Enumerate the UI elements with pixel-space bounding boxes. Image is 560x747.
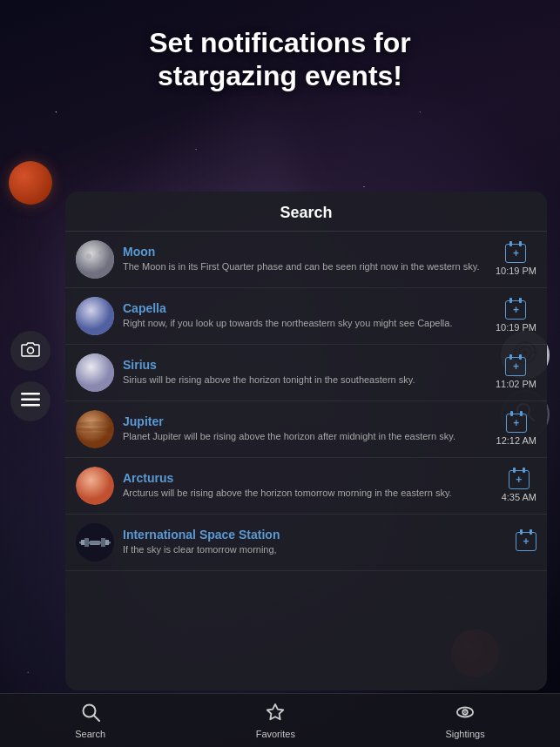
svg-point-14 [86,253,91,259]
capella-name: Capella [123,301,487,315]
capella-info: Capella Right now, if you look up toward… [123,301,487,330]
search-panel-header: Search [65,192,547,232]
avatar-arcturus [76,467,114,505]
avatar-moon [76,240,114,279]
arcturus-time-block[interactable]: + 4:35 AM [502,470,536,502]
header-line1: Set notifications for [35,26,525,59]
search-item-sirius[interactable]: Sirius Sirius will be rising above the h… [65,345,547,401]
capella-time-block[interactable]: + 10:19 PM [496,300,536,333]
search-item-iss[interactable]: International Space Station If the sky i… [65,515,547,571]
avatar-iss [76,523,114,562]
planet-mars-top [9,161,52,205]
moon-cal-plus: + [513,248,519,259]
menu-icon [21,393,40,411]
svg-point-13 [76,240,114,279]
search-item-moon[interactable]: Moon The Moon is in its First Quarter ph… [65,232,547,288]
svg-point-17 [88,265,92,269]
arcturus-time: 4:35 AM [502,492,536,502]
sirius-time: 11:02 PM [496,379,536,389]
jupiter-time-block[interactable]: + 12:12 AM [496,414,536,446]
svg-rect-30 [101,538,105,547]
sirius-calendar-icon[interactable]: + [505,357,526,376]
svg-point-38 [464,711,466,713]
nav-search-label: Search [75,729,105,739]
nav-item-sightings[interactable]: Sightings [428,697,502,744]
moon-time-block[interactable]: + 10:19 PM [496,244,536,276]
moon-calendar-icon[interactable]: + [505,244,526,263]
iss-calendar-icon[interactable]: + [516,532,536,551]
iss-name: International Space Station [123,528,507,542]
camera-button[interactable] [10,331,51,371]
left-buttons-group [10,331,51,421]
jupiter-info: Jupiter Planet Jupiter will be rising ab… [123,414,488,443]
moon-info: Moon The Moon is in its First Quarter ph… [123,245,487,273]
jupiter-calendar-icon[interactable]: + [506,414,527,433]
sirius-info: Sirius Sirius will be rising above the h… [123,358,487,387]
nav-item-favorites[interactable]: Favorites [239,697,313,744]
svg-point-22 [76,427,114,431]
iss-cal-plus: + [523,536,529,547]
sirius-time-block[interactable]: + 11:02 PM [496,357,536,389]
camera-icon [21,341,40,361]
svg-point-16 [98,261,105,268]
header-line2: stargazing events! [35,59,525,92]
svg-rect-29 [84,538,89,547]
svg-point-15 [98,251,102,254]
capella-time: 10:19 PM [496,322,536,333]
nav-sightings-icon [455,703,475,726]
moon-time: 10:19 PM [496,266,536,276]
svg-rect-31 [81,540,84,545]
svg-rect-3 [21,404,40,407]
svg-rect-32 [105,540,109,545]
capella-calendar-icon[interactable]: + [505,300,526,320]
menu-button[interactable] [10,381,51,421]
nav-sightings-label: Sightings [445,729,484,739]
iss-time-block[interactable]: + [516,532,536,554]
arcturus-desc: Arcturus will be rising above the horizo… [123,487,493,500]
search-item-jupiter[interactable]: Jupiter Planet Jupiter will be rising ab… [65,401,547,458]
nav-favorites-icon [266,703,285,726]
bottom-nav: Search Favorites Sightings [0,693,560,747]
svg-point-21 [76,421,114,427]
svg-point-25 [76,467,114,505]
search-panel-title: Search [280,204,332,221]
sirius-cal-plus: + [513,361,519,372]
avatar-jupiter [76,410,114,448]
nav-item-search[interactable]: Search [57,697,123,744]
header-title: Set notifications for stargazing events! [0,26,560,93]
nav-search-icon [81,703,100,726]
avatar-sirius [76,353,114,392]
svg-point-0 [28,347,34,353]
svg-point-24 [84,428,92,434]
jupiter-desc: Planet Jupiter will be rising above the … [123,430,488,443]
svg-point-23 [76,433,114,437]
nav-favorites-label: Favorites [256,729,295,739]
arcturus-name: Arcturus [123,471,493,485]
arcturus-cal-plus: + [516,474,522,485]
capella-cal-plus: + [513,305,519,315]
sirius-name: Sirius [123,358,487,372]
arcturus-calendar-icon[interactable]: + [509,470,530,489]
sirius-desc: Sirius will be rising above the horizon … [123,374,487,387]
svg-marker-35 [267,703,283,718]
capella-desc: Right now, if you look up towards the no… [123,317,487,330]
svg-rect-1 [21,393,40,395]
arcturus-info: Arcturus Arcturus will be rising above t… [123,471,493,500]
search-panel: Search [65,192,547,690]
avatar-capella [76,297,114,335]
moon-desc: The Moon is in its First Quarter phase a… [123,260,487,273]
search-items-list[interactable]: Moon The Moon is in its First Quarter ph… [65,232,547,690]
moon-name: Moon [123,245,487,259]
jupiter-time: 12:12 AM [496,435,536,446]
svg-rect-2 [21,398,40,400]
search-item-arcturus[interactable]: Arcturus Arcturus will be rising above t… [65,458,547,515]
jupiter-name: Jupiter [123,414,488,428]
search-item-capella[interactable]: Capella Right now, if you look up toward… [65,288,547,345]
iss-info: International Space Station If the sky i… [123,528,507,556]
iss-desc: If the sky is clear tomorrow morning, [123,543,507,556]
svg-point-18 [76,297,114,335]
svg-point-19 [76,353,114,392]
svg-line-34 [93,715,99,721]
jupiter-cal-plus: + [513,418,519,428]
